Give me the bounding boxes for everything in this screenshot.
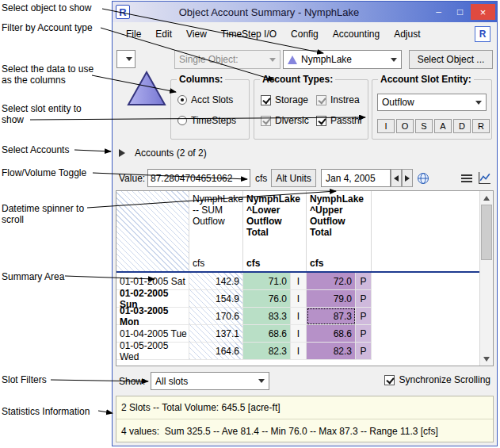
menu-config[interactable]: Config: [284, 25, 326, 43]
arrow-left-icon: [394, 175, 399, 182]
entity-button-o[interactable]: O: [396, 119, 414, 133]
upper-value-cell[interactable]: 82.3: [307, 343, 356, 360]
lower-value-cell[interactable]: 68.6: [243, 325, 291, 343]
lower-flag-cell[interactable]: I: [291, 343, 307, 360]
scroll-down-button[interactable]: [480, 352, 493, 366]
column-header-upper[interactable]: NymphLake ^Upper Outflow Total cfs: [307, 191, 372, 271]
single-object-combo: Single Object:: [174, 50, 281, 69]
date-cell[interactable]: 01-05-2005 Wed: [116, 343, 189, 360]
entity-button-a[interactable]: A: [434, 119, 452, 133]
lower-value-cell[interactable]: 83.3: [243, 308, 291, 325]
sum-cell[interactable]: 142.9: [189, 273, 243, 290]
upper-flag-cell[interactable]: P: [356, 290, 372, 308]
radio-acct-slots[interactable]: Acct Slots: [177, 94, 233, 105]
select-object-button[interactable]: Select Object ...: [409, 50, 493, 69]
show-filter-combo[interactable]: All slots: [151, 372, 269, 390]
radio-acct-slots-label: Acct Slots: [191, 94, 233, 105]
synchronize-scrolling-label: Synchronize Scrolling: [399, 374, 490, 385]
annotation-datetime: Datetime spinner to scroll: [2, 203, 84, 225]
object-select-combo[interactable]: NymphLake: [283, 50, 402, 69]
upper-flag-cell[interactable]: P: [356, 343, 372, 360]
column-header-sum-unit: cfs: [193, 258, 204, 269]
maximize-button[interactable]: □: [449, 4, 471, 20]
upper-flag-cell[interactable]: P: [356, 308, 372, 325]
accounts-expand-icon[interactable]: [119, 149, 125, 157]
date-next-button[interactable]: [402, 169, 413, 187]
sum-cell[interactable]: 170.6: [189, 308, 243, 325]
slot-entity-combo[interactable]: Outflow: [377, 94, 487, 111]
checkbox-icon: [316, 95, 326, 105]
lower-value-cell[interactable]: 76.0: [243, 290, 291, 308]
globe-datetime-button[interactable]: [414, 170, 432, 186]
entity-button-d[interactable]: D: [453, 119, 471, 133]
show-label: Show:: [119, 376, 145, 387]
menu-file[interactable]: File: [119, 25, 148, 43]
radio-timesteps[interactable]: TimeSteps: [177, 115, 236, 126]
row-filler: [372, 273, 479, 290]
object-account-summary-window: R Object Account Summary - NymphLake – □…: [112, 1, 498, 446]
title-bar[interactable]: R Object Account Summary - NymphLake – □…: [113, 2, 497, 22]
sum-cell[interactable]: 154.9: [189, 290, 243, 308]
plot-button[interactable]: [476, 170, 493, 186]
radio-icon: [177, 95, 187, 105]
lower-flag-cell[interactable]: I: [291, 308, 307, 325]
summary-table: NymphLake -- SUM Outflow cfs NymphLake ^…: [116, 190, 494, 366]
object-type-mini-combo[interactable]: [116, 50, 135, 68]
scroll-up-button[interactable]: [480, 191, 493, 205]
vertical-scrollbar[interactable]: [479, 191, 493, 366]
column-header-lower-unit: cfs: [246, 258, 260, 269]
arrow-up-icon: [483, 196, 490, 201]
value-input[interactable]: [147, 169, 250, 187]
date-cell[interactable]: 01-03-2005 Mon: [116, 308, 189, 325]
window-title: Object Account Summary - NymphLake: [113, 6, 426, 18]
scrollbar-thumb[interactable]: [481, 205, 492, 260]
alt-units-button[interactable]: Alt Units: [271, 169, 316, 187]
annotation-slot-filters: Slot Filters: [2, 374, 47, 385]
checkbox-passthrough[interactable]: Passthr: [316, 115, 363, 126]
upper-value-cell[interactable]: 79.0: [307, 290, 356, 308]
sum-cell[interactable]: 137.1: [189, 325, 243, 343]
menu-adjust[interactable]: Adjust: [387, 25, 427, 43]
slot-list-button[interactable]: [458, 171, 475, 186]
entity-button-s[interactable]: S: [415, 119, 433, 133]
column-header-lower-title: NymphLake ^Lower Outflow Total: [246, 193, 303, 238]
sum-cell[interactable]: 164.6: [189, 343, 243, 360]
riverware-icon[interactable]: R: [475, 26, 490, 42]
lower-flag-cell[interactable]: I: [291, 290, 307, 308]
slot-entity-value: Outflow: [382, 97, 414, 108]
show-filter-value: All slots: [155, 376, 188, 387]
close-button[interactable]: ×: [471, 4, 495, 20]
date-field[interactable]: Jan 4, 2005: [321, 169, 391, 187]
upper-value-cell[interactable]: 68.6: [307, 325, 356, 343]
menu-edit[interactable]: Edit: [148, 25, 179, 43]
synchronize-scrolling-checkbox[interactable]: Synchronize Scrolling: [384, 374, 490, 385]
value-label: Value:: [119, 173, 145, 184]
row-filler: [372, 325, 479, 343]
lower-value-cell[interactable]: 82.3: [243, 343, 291, 360]
column-header-lower[interactable]: NymphLake ^Lower Outflow Total cfs: [243, 191, 307, 271]
upper-flag-cell[interactable]: P: [356, 325, 372, 343]
row-filler: [372, 290, 479, 308]
annotation-select-object: Select object to show: [2, 2, 91, 13]
menu-timestep-io[interactable]: TimeStep I/O: [214, 25, 284, 43]
checkbox-storage[interactable]: Storage: [261, 94, 308, 105]
annotation-summary-area: Summary Area: [2, 271, 64, 282]
column-header-sum[interactable]: NymphLake -- SUM Outflow cfs: [189, 191, 243, 271]
entity-button-i[interactable]: I: [377, 119, 395, 133]
lower-flag-cell[interactable]: I: [291, 325, 307, 343]
upper-value-cell-selected[interactable]: 87.3: [307, 308, 356, 325]
checkbox-instream-label: Instrea: [330, 94, 360, 105]
upper-value-cell[interactable]: 72.0: [307, 273, 356, 290]
checkbox-icon: [261, 95, 271, 105]
table-header-row: NymphLake -- SUM Outflow cfs NymphLake ^…: [116, 191, 479, 271]
lower-flag-cell[interactable]: I: [291, 273, 307, 290]
menu-view[interactable]: View: [179, 25, 214, 43]
minimize-button[interactable]: –: [428, 4, 449, 20]
checkbox-icon: [384, 375, 395, 385]
date-previous-button[interactable]: [391, 169, 402, 187]
upper-flag-cell[interactable]: P: [356, 273, 372, 290]
lower-value-cell[interactable]: 71.0: [243, 273, 291, 290]
columns-group-title: Columns:: [177, 74, 225, 85]
entity-button-r[interactable]: R: [472, 119, 490, 133]
menu-accounting[interactable]: Accounting: [326, 25, 387, 43]
